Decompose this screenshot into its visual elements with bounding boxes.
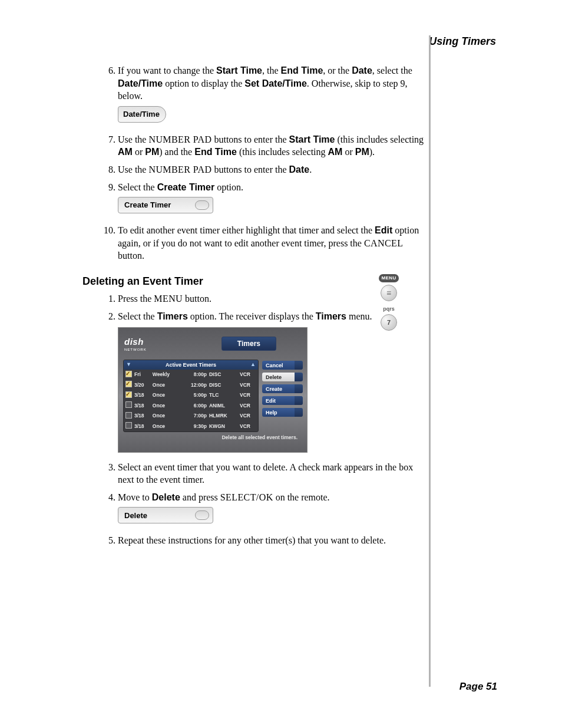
- table-row: 3/18Once5:00pTLCVCR: [124, 390, 258, 400]
- delete-chip: Delete: [118, 507, 213, 523]
- cancel-button: Cancel: [262, 361, 302, 370]
- checkbox-icon: [125, 401, 132, 408]
- step-7: Use the NUMBER PAD buttons to enter the …: [118, 133, 427, 159]
- checkbox-icon: [125, 391, 132, 398]
- side-rule: [429, 35, 431, 687]
- edit-button: Edit: [262, 396, 302, 405]
- delete-button: Delete: [262, 373, 302, 381]
- remote-icons: MENU pqrs 7: [377, 271, 401, 335]
- step-b5: Repeat these instructions for any other …: [118, 534, 427, 547]
- create-button: Create: [262, 384, 302, 393]
- step-10: To edit another event timer either highl…: [118, 224, 427, 262]
- table-row: FriWeekly8:00pDISCVCR: [124, 370, 258, 380]
- checkbox-icon: [125, 371, 132, 377]
- step-6: If you want to change the Start Time, th…: [118, 64, 427, 129]
- menu-pill: MENU: [379, 274, 399, 282]
- scroll-down-icon: ▼: [126, 361, 131, 368]
- menu-button-icon: [381, 285, 397, 301]
- step-b4: Move to Delete and press SELECT/OK on th…: [118, 491, 427, 530]
- checkbox-icon: [125, 422, 132, 429]
- checkbox-icon: [125, 381, 132, 387]
- timers-button-column: CancelDeleteCreateEditHelp: [262, 360, 302, 432]
- page-header: Using Timers: [82, 35, 497, 48]
- step-9: Select the Create Timer option. Create T…: [118, 181, 427, 220]
- page-footer: Page 51: [459, 681, 497, 693]
- active-timers-header: ▼ Active Event Timers ▲: [124, 360, 258, 370]
- section-deleting-title: Deleting an Event Timer: [82, 275, 497, 288]
- help-button: Help: [262, 408, 302, 417]
- active-timers-panel: ▼ Active Event Timers ▲ FriWeekly8:00pDI…: [123, 360, 259, 432]
- create-timer-chip: Create Timer: [118, 197, 213, 213]
- timers-table: FriWeekly8:00pDISCVCR3/20Once12:00pDISCV…: [124, 370, 258, 431]
- steps-continued: If you want to change the Start Time, th…: [100, 64, 427, 262]
- scroll-up-icon: ▲: [250, 361, 256, 368]
- table-row: 3/18Once6:00pANIMLVCR: [124, 401, 258, 411]
- pqrs-label: pqrs: [377, 306, 401, 312]
- table-row: 3/18Once9:30pKWGNVCR: [124, 421, 258, 431]
- datetime-chip: Date/Time: [118, 106, 166, 123]
- timers-hint: Delete all selected event timers.: [118, 432, 307, 441]
- step-8: Use the NUMBER PAD buttons to enter the …: [118, 163, 427, 176]
- timers-screen: dish NETWORK Timers ▼ Active Event Timer…: [118, 327, 308, 452]
- checkbox-icon: [125, 412, 132, 419]
- seven-button-icon: 7: [381, 314, 397, 331]
- dish-logo: dish NETWORK: [124, 335, 147, 352]
- table-row: 3/20Once12:00pDISCVCR: [124, 380, 258, 390]
- table-row: 3/18Once7:00pHLMRKVCR: [124, 411, 258, 421]
- step-b3: Select an event timer that you want to d…: [118, 461, 427, 486]
- timers-title: Timers: [222, 337, 276, 351]
